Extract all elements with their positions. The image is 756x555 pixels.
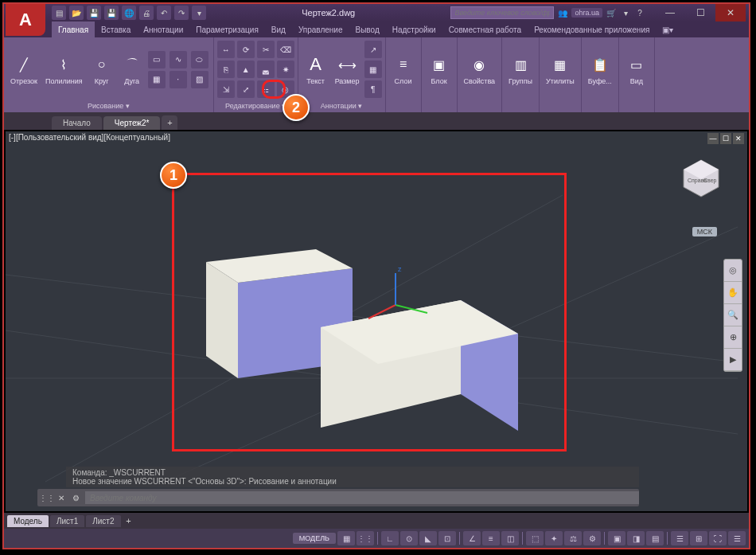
open-icon[interactable]: 📂 — [69, 6, 84, 20]
gizmo-icon[interactable]: ✦ — [545, 531, 563, 545]
table-icon[interactable]: ▦ — [364, 61, 382, 78]
cmd-close-icon[interactable]: ✕ — [55, 491, 68, 504]
arc-button[interactable]: ⌒Дуга — [118, 52, 146, 87]
stretch-icon[interactable]: ⇲ — [217, 80, 235, 98]
hardware-icon[interactable]: ⊞ — [690, 531, 707, 545]
tab-manage[interactable]: Управление — [292, 21, 349, 37]
rect-icon[interactable]: ▭ — [148, 51, 166, 68]
tab-collaborate[interactable]: Совместная работа — [442, 21, 528, 37]
block-button[interactable]: ▣Блок — [425, 52, 454, 87]
undo-icon[interactable]: ↶ — [157, 6, 171, 20]
viewport-label[interactable]: [-][Пользовательский вид][Концептуальный… — [9, 133, 170, 142]
units-icon[interactable]: ◨ — [627, 531, 645, 545]
isodraft-icon[interactable]: ◣ — [419, 531, 437, 545]
fillet-icon[interactable]: ◛ — [257, 61, 275, 78]
file-tab-start[interactable]: Начало — [52, 116, 102, 130]
tab-featured[interactable]: Рекомендованные приложения — [528, 21, 656, 37]
erase-icon[interactable]: ⌫ — [277, 41, 294, 58]
close-button[interactable]: ✕ — [715, 4, 746, 21]
panel-anno-label[interactable]: Аннотации ▾ — [302, 100, 382, 112]
isolate-icon[interactable]: ☰ — [671, 531, 688, 545]
status-model-label[interactable]: МОДЕЛЬ — [293, 533, 336, 544]
move-icon[interactable]: ↔ — [217, 41, 235, 58]
viewcube[interactable]: Справа Свер — [679, 155, 723, 200]
groups-button[interactable]: ▥Группы — [505, 52, 536, 87]
layers-button[interactable]: ≡Слои — [389, 52, 418, 87]
cart-icon[interactable]: 🛒 — [606, 7, 617, 18]
tab-output[interactable]: Вывод — [349, 21, 386, 37]
signin-icon[interactable]: 👥 — [557, 7, 568, 18]
layout-add-button[interactable]: + — [123, 516, 135, 526]
hatch-icon[interactable]: ▦ — [148, 71, 166, 88]
spline-icon[interactable]: ∿ — [170, 51, 187, 68]
grid-icon[interactable]: ▦ — [337, 531, 355, 545]
ortho-icon[interactable]: ∟ — [381, 531, 399, 545]
vp-maximize-icon[interactable]: ☐ — [720, 133, 731, 144]
selection-icon[interactable]: ⬚ — [526, 531, 544, 545]
redo-icon[interactable]: ↷ — [174, 6, 189, 20]
explode-icon[interactable]: ✷ — [277, 61, 294, 78]
leader-icon[interactable]: ↗ — [364, 41, 382, 58]
plot-icon[interactable]: 🖨 — [139, 6, 154, 20]
cleanscreen-icon[interactable]: ⛶ — [709, 531, 727, 545]
layout-tab-model[interactable]: Модель — [7, 515, 49, 527]
user-name[interactable]: ohra.ua — [571, 8, 602, 18]
tab-parametric[interactable]: Параметризация — [189, 21, 265, 37]
transparency-icon[interactable]: ◫ — [501, 531, 519, 545]
trim-icon[interactable]: ✂ — [257, 41, 275, 58]
view-button[interactable]: ▭Вид — [622, 52, 651, 87]
tab-annotate[interactable]: Аннотации — [137, 21, 189, 37]
ellipse-icon[interactable]: ⬭ — [191, 51, 208, 68]
clipboard-button[interactable]: 📋Буфе... — [585, 52, 615, 87]
orbit-icon[interactable]: ⊕ — [724, 326, 742, 349]
minimize-button[interactable]: — — [655, 4, 685, 21]
rotate-icon[interactable]: ⟳ — [237, 41, 255, 58]
workspace-icon[interactable]: ⚙ — [583, 531, 601, 545]
help-icon[interactable]: ? — [634, 7, 645, 18]
copy-icon[interactable]: ⎘ — [217, 61, 235, 78]
app-logo[interactable]: A — [6, 4, 45, 36]
layout-tab-sheet1[interactable]: Лист1 — [50, 515, 84, 527]
maximize-button[interactable]: ☐ — [685, 4, 715, 21]
annomonitor-icon[interactable]: ▣ — [608, 531, 625, 545]
file-tab-add[interactable]: + — [162, 115, 177, 130]
saveas-icon[interactable]: 💾 — [104, 6, 119, 20]
qat-more-icon[interactable]: ▾ — [192, 6, 206, 20]
line-button[interactable]: ╱Отрезок — [7, 52, 41, 87]
polyline-button[interactable]: ⌇Полилиния — [42, 52, 86, 87]
circle-button[interactable]: ○Круг — [88, 52, 116, 87]
new-icon[interactable]: ▤ — [52, 6, 66, 20]
layout-tab-sheet2[interactable]: Лист2 — [86, 515, 120, 527]
showmotion-icon[interactable]: ▶ — [724, 349, 742, 371]
cmd-handle-icon[interactable]: ⋮⋮ — [41, 491, 53, 504]
ucs-label[interactable]: МСК — [692, 227, 717, 236]
polar-icon[interactable]: ⊙ — [400, 531, 418, 545]
snap-icon[interactable]: ⋮⋮ — [357, 531, 374, 545]
region-icon[interactable]: ▨ — [191, 71, 208, 88]
properties-button[interactable]: ◉Свойства — [461, 52, 499, 87]
vp-close-icon[interactable]: ✕ — [733, 133, 744, 144]
quickprops-icon[interactable]: ▤ — [646, 531, 664, 545]
point-icon[interactable]: · — [170, 71, 187, 88]
panel-draw-label[interactable]: Рисование ▾ — [7, 100, 210, 112]
dimension-button[interactable]: ⟷Размер — [332, 52, 363, 87]
file-tab-active[interactable]: Чертеж2* — [103, 116, 161, 130]
search-input[interactable] — [450, 6, 554, 19]
pan-icon[interactable]: ✋ — [724, 282, 742, 304]
otrack-icon[interactable]: ∠ — [463, 531, 481, 545]
tab-expand-icon[interactable]: ▣▾ — [656, 21, 680, 37]
vp-minimize-icon[interactable]: — — [707, 133, 719, 144]
osnap-icon[interactable]: ⊡ — [438, 531, 456, 545]
scale-icon[interactable]: ⤢ — [237, 80, 255, 98]
zoom-icon[interactable]: 🔍 — [724, 304, 742, 326]
lineweight-icon[interactable]: ≡ — [482, 531, 500, 545]
utilities-button[interactable]: ▦Утилиты — [543, 52, 578, 87]
mtext-icon[interactable]: ¶ — [364, 80, 382, 98]
command-input[interactable] — [85, 491, 639, 504]
tab-insert[interactable]: Вставка — [95, 21, 137, 37]
cmd-options-icon[interactable]: ⚙ — [69, 491, 82, 504]
fullnav-icon[interactable]: ◎ — [724, 260, 742, 282]
tab-home[interactable]: Главная — [52, 21, 95, 37]
drawing-viewport[interactable]: [-][Пользовательский вид][Концептуальный… — [6, 131, 747, 511]
app-menu-icon[interactable]: ▾ — [620, 7, 631, 18]
